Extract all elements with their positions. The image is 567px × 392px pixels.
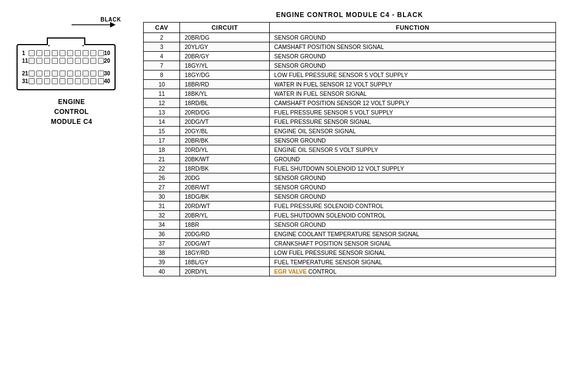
pin (29, 70, 35, 77)
cell-cav: 7 (144, 61, 180, 70)
egr-highlight-text: EGR VALVE (274, 268, 307, 275)
table-row: 1118BK/YLWATER IN FUEL SENSOR SIGNAL (144, 89, 556, 99)
cell-function: FUEL PRESSURE SENSOR 5 VOLT SUPPLY (269, 108, 555, 117)
pin (52, 58, 58, 64)
cell-circuit: 18RD/BL (180, 99, 270, 108)
cell-function: FUEL TEMPERATURE SENSOR SIGNAL (269, 258, 555, 267)
cell-cav: 40 (144, 267, 180, 276)
pin-label-left-1: 1 (22, 50, 29, 56)
table-row: 2620DGSENSOR GROUND (144, 173, 556, 183)
pin (98, 58, 104, 64)
table-row: 1520GY/BLENGINE OIL SENSOR SIGNAL (144, 127, 556, 136)
cell-function: ENGINE COOLANT TEMPERATURE SENSOR SIGNAL (269, 230, 555, 239)
cell-circuit: 18BR/RD (180, 80, 270, 89)
table-row: 718GY/YLSENSOR GROUND (144, 61, 556, 70)
table-row: 1720BR/BKSENSOR GROUND (144, 136, 556, 145)
table-row: 3720DG/WTCRANKSHAFT POSITION SENSOR SIGN… (144, 239, 556, 248)
cell-function: SENSOR GROUND (269, 183, 555, 192)
table-row: 2120BK/WTGROUND (144, 155, 556, 164)
cell-circuit: 20RD/YL (180, 145, 270, 155)
cell-circuit: 20RD/DG (180, 108, 270, 117)
table-row: 3018DG/BKSENSOR GROUND (144, 192, 556, 202)
cell-circuit: 20RD/YL (180, 267, 270, 276)
pins-1-10 (29, 50, 104, 56)
cell-circuit: 20BR/BK (180, 136, 270, 145)
pin (75, 70, 81, 77)
connector-table: CAV CIRCUIT FUNCTION 220BR/DGSENSOR GROU… (143, 22, 556, 276)
cell-function: WATER IN FUEL SENSOR SIGNAL (269, 89, 555, 99)
pin (29, 78, 35, 84)
pin-row-11-20: 11 20 (22, 58, 110, 64)
pins-31-40 (29, 78, 104, 84)
cell-function: CAMSHAFT POSITION SENSOR 12 VOLT SUPPLY (269, 99, 555, 108)
cell-cav: 36 (144, 230, 180, 239)
table-row: 3120RD/WTFUEL PRESSURE SOLENOID CONTROL (144, 202, 556, 211)
cell-cav: 3 (144, 42, 180, 52)
pin (52, 50, 58, 56)
pin (52, 70, 58, 77)
pin (29, 58, 35, 64)
cell-circuit: 18GY/DG (180, 70, 270, 80)
connector-body: 1 10 11 (17, 44, 116, 90)
cell-circuit: 20BR/GY (180, 52, 270, 61)
cell-circuit: 20DG (180, 173, 270, 183)
table-row: 1018BR/RDWATER IN FUEL SENSOR 12 VOLT SU… (144, 80, 556, 89)
cell-cav: 17 (144, 136, 180, 145)
cell-circuit: 20BR/DG (180, 33, 270, 42)
pin (29, 50, 35, 56)
pin (44, 58, 50, 64)
cell-function: ENGINE OIL SENSOR 5 VOLT SUPPLY (269, 145, 555, 155)
table-row: 2218RD/BKFUEL SHUTDOWN SOLENOID 12 VOLT … (144, 164, 556, 173)
pin (59, 78, 66, 84)
table-row: 1218RD/BLCAMSHAFT POSITION SENSOR 12 VOL… (144, 99, 556, 108)
cell-function: CRANKSHAFT POSITION SENSOR SIGNAL (269, 239, 555, 248)
cell-circuit: 20BK/WT (180, 155, 270, 164)
cell-circuit: 18RD/BK (180, 164, 270, 173)
cell-circuit: 20GY/BL (180, 127, 270, 136)
cell-function: SENSOR GROUND (269, 52, 555, 61)
cell-cav: 2 (144, 33, 180, 42)
pin (67, 70, 73, 77)
cell-circuit: 18BL/GY (180, 258, 270, 267)
pin-label-right-10: 10 (104, 50, 111, 56)
module-label: ENGINECONTROLMODULE C4 (51, 97, 92, 127)
pin (83, 50, 89, 56)
pin (67, 58, 73, 64)
col-cav: CAV (144, 23, 180, 33)
pin (90, 50, 96, 56)
cell-cav: 14 (144, 117, 180, 127)
pin (59, 70, 66, 77)
pin (83, 58, 89, 64)
pin-row-1-10: 1 10 (22, 50, 110, 56)
pin-row-31-40: 31 40 (22, 78, 110, 84)
cell-cav: 22 (144, 164, 180, 173)
pin (98, 70, 104, 77)
arrow-indicator (72, 17, 127, 33)
cell-function: WATER IN FUEL SENSOR 12 VOLT SUPPLY (269, 80, 555, 89)
pin (36, 70, 42, 77)
cell-cav: 32 (144, 211, 180, 220)
pin (59, 58, 66, 64)
table-row: 3220BR/YLFUEL SHUTDOWN SOLENOID CONTROL (144, 211, 556, 220)
pin-label-right-20: 20 (104, 58, 111, 64)
cell-circuit: 18BK/YL (180, 89, 270, 99)
table-row: 4020RD/YLEGR VALVE CONTROL (144, 267, 556, 276)
table-row: 220BR/DGSENSOR GROUND (144, 33, 556, 42)
cell-function: SENSOR GROUND (269, 220, 555, 230)
cell-function: SENSOR GROUND (269, 33, 555, 42)
cell-circuit: 18DG/BK (180, 192, 270, 202)
pin (83, 70, 89, 77)
table-row: 3918BL/GYFUEL TEMPERATURE SENSOR SIGNAL (144, 258, 556, 267)
table-row: 3818GY/RDLOW FUEL PRESSURE SENSOR SIGNAL (144, 248, 556, 258)
pin (52, 78, 58, 84)
table-row: 3620DG/RDENGINE COOLANT TEMPERATURE SENS… (144, 230, 556, 239)
cell-cav: 30 (144, 192, 180, 202)
cell-cav: 18 (144, 145, 180, 155)
cell-function: EGR VALVE CONTROL (269, 267, 555, 276)
cell-circuit: 20YL/GY (180, 42, 270, 52)
pin (90, 58, 96, 64)
pin (44, 50, 50, 56)
cell-circuit: 18BR (180, 220, 270, 230)
pin (44, 70, 50, 77)
table-header-row: CAV CIRCUIT FUNCTION (144, 23, 556, 33)
